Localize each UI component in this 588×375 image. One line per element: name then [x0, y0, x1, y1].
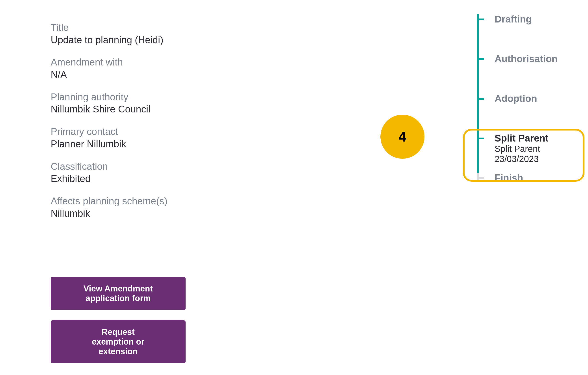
timeline-step-label: Finish — [494, 172, 523, 183]
primary-contact-value: Planner Nillumbik — [51, 138, 209, 150]
timeline-step-adoption: Adoption — [477, 94, 578, 133]
field-amendment-with: Amendment with N/A — [51, 57, 209, 80]
amendment-details-panel: Title Update to planning (Heidi) Amendme… — [51, 22, 209, 230]
annotation-badge-number: 4 — [399, 129, 406, 145]
title-label: Title — [51, 22, 209, 33]
timeline-step-split-parent: Split Parent Split Parent 23/03/2023 — [477, 133, 578, 173]
timeline-step-label: Drafting — [494, 14, 532, 24]
page-canvas: Title Update to planning (Heidi) Amendme… — [0, 0, 588, 375]
request-exemption-extension-button[interactable]: Request exemption or extension — [51, 320, 186, 363]
classification-value: Exhibited — [51, 173, 209, 184]
title-value: Update to planning (Heidi) — [51, 34, 209, 46]
field-title: Title Update to planning (Heidi) — [51, 22, 209, 46]
timeline-step-date: 23/03/2023 — [494, 154, 578, 164]
affects-schemes-label: Affects planning scheme(s) — [51, 195, 209, 207]
timeline-step-finish: Finish — [477, 173, 578, 186]
affects-schemes-value: Nillumbik — [51, 208, 209, 219]
timeline-step-label: Adoption — [494, 93, 537, 104]
timeline-step-drafting: Drafting — [477, 14, 578, 54]
field-classification: Classification Exhibited — [51, 161, 209, 184]
timeline-step-label: Split Parent — [494, 133, 548, 143]
field-planning-authority: Planning authority Nillumbik Shire Counc… — [51, 92, 209, 115]
status-timeline: Drafting Authorisation Adoption Split Pa… — [477, 14, 578, 186]
action-button-stack: View Amendment application form Request … — [51, 277, 186, 374]
annotation-badge: 4 — [380, 115, 424, 159]
timeline-step-authorisation: Authorisation — [477, 54, 578, 94]
classification-label: Classification — [51, 161, 209, 172]
primary-contact-label: Primary contact — [51, 126, 209, 137]
field-primary-contact: Primary contact Planner Nillumbik — [51, 126, 209, 150]
planning-authority-value: Nillumbik Shire Council — [51, 103, 209, 115]
field-affects-schemes: Affects planning scheme(s) Nillumbik — [51, 195, 209, 219]
view-amendment-form-button[interactable]: View Amendment application form — [51, 277, 186, 310]
planning-authority-label: Planning authority — [51, 92, 209, 103]
timeline-step-label: Authorisation — [494, 53, 557, 64]
amendment-with-value: N/A — [51, 69, 209, 80]
amendment-with-label: Amendment with — [51, 57, 209, 68]
timeline-step-subtitle: Split Parent — [494, 144, 578, 153]
